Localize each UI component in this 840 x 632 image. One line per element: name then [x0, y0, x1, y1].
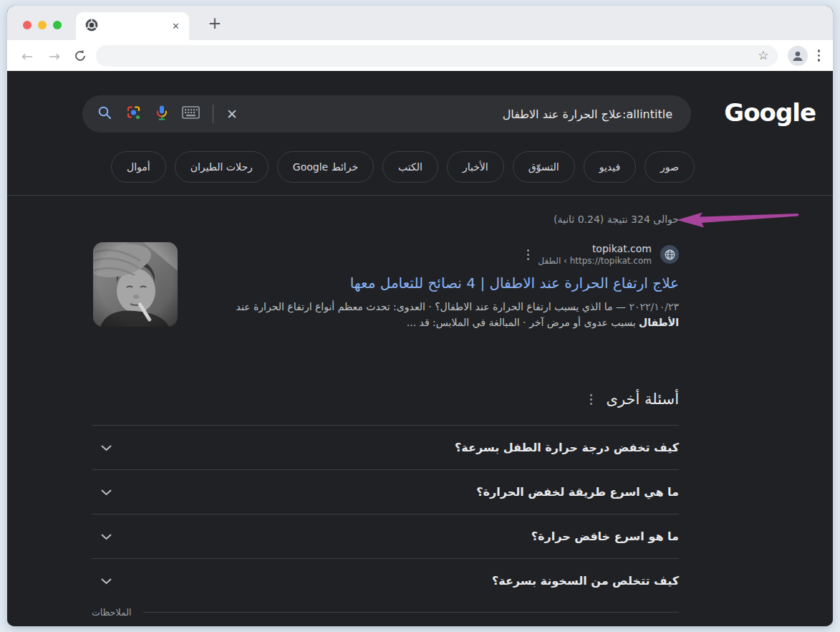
- search-box-icons: ✕: [97, 105, 238, 124]
- minimize-window-button[interactable]: [38, 21, 47, 29]
- window-controls: [23, 21, 62, 29]
- browser-tab[interactable]: ✕: [76, 12, 189, 40]
- browser-window: ✕ + ← → ☆ Google allintitle:علاج ا: [7, 6, 833, 626]
- paa-question-text: ما هو اسرع خافض حرارة؟: [531, 530, 679, 543]
- search-box[interactable]: allintitle:علاج الحرارة عند الاطفال: [82, 95, 691, 133]
- paa-question-row[interactable]: ما هو اسرع خافض حرارة؟: [92, 514, 679, 558]
- google-search-page: Google allintitle:علاج الحرارة عند الاطف…: [7, 71, 833, 626]
- result-title-link[interactable]: علاج ارتفاع الحرارة عند الاطفال | 4 نصائ…: [350, 274, 679, 293]
- keyboard-icon[interactable]: [182, 106, 200, 122]
- chevron-down-icon[interactable]: [100, 441, 112, 454]
- search-icon[interactable]: [97, 105, 112, 123]
- result-date: ٢٠٢٢/١٠/٢٣: [629, 301, 679, 312]
- paa-question-row[interactable]: ما هي اسرع طريقة لخفض الحرارة؟: [92, 469, 679, 514]
- browser-toolbar: ← → ☆: [7, 40, 833, 71]
- zoom-window-button[interactable]: [53, 21, 62, 29]
- chevron-down-icon[interactable]: [100, 530, 112, 543]
- search-box-divider: [213, 105, 213, 123]
- paa-question-row[interactable]: كيف تخفض درجة حرارة الطفل بسرعة؟: [92, 425, 679, 469]
- people-also-ask-title: أسئلة أخرى: [607, 391, 680, 408]
- result-domain: topikat.com: [538, 242, 652, 255]
- bookmark-star-icon[interactable]: ☆: [758, 49, 768, 62]
- tab-videos[interactable]: فيديو: [584, 151, 636, 183]
- result-breadcrumb: https://topikat.com › الطفل: [538, 255, 652, 267]
- feedback-link[interactable]: الملاحظات: [92, 607, 132, 618]
- annotation-arrow: [675, 210, 801, 231]
- tab-close-icon[interactable]: ✕: [172, 21, 180, 31]
- back-icon[interactable]: ←: [19, 48, 36, 64]
- paa-question-text: ما هي اسرع طريقة لخفض الحرارة؟: [476, 485, 679, 499]
- search-query-text[interactable]: allintitle:علاج الحرارة عند الاطفال: [503, 107, 672, 121]
- tab-news[interactable]: الأخبار: [447, 151, 504, 183]
- tab-flights[interactable]: رحلات الطيران: [175, 151, 269, 183]
- paa-bottom-divider: [143, 612, 679, 613]
- tab-shopping[interactable]: التسوّق: [513, 151, 575, 183]
- result-thumbnail-image[interactable]: [93, 242, 178, 327]
- result-snippet: ٢٠٢٢/١٠/٢٣ — ما الذي يسبب ارتفاع الحرارة…: [203, 299, 679, 330]
- tab-finance[interactable]: أموال: [111, 151, 166, 183]
- paa-question-row[interactable]: كيف تتخلص من السخونة بسرعة؟: [92, 558, 679, 603]
- profile-avatar[interactable]: [788, 46, 808, 66]
- paa-question-text: كيف تخفض درجة حرارة الطفل بسرعة؟: [455, 441, 679, 454]
- mic-icon[interactable]: [155, 105, 169, 123]
- tab-maps[interactable]: خرائط Google: [277, 151, 374, 183]
- address-bar-input[interactable]: [105, 50, 758, 61]
- lens-icon[interactable]: [125, 105, 142, 124]
- reload-icon[interactable]: [73, 49, 87, 63]
- paa-question-text: كيف تتخلص من السخونة بسرعة؟: [492, 574, 679, 588]
- clear-query-icon[interactable]: ✕: [226, 107, 238, 121]
- chevron-down-icon[interactable]: [100, 574, 112, 588]
- address-bar[interactable]: ☆: [96, 45, 778, 67]
- people-also-ask-menu-icon[interactable]: [590, 394, 592, 405]
- result-menu-icon[interactable]: [527, 249, 529, 260]
- browser-menu-icon[interactable]: [818, 49, 821, 62]
- search-result: topikat.com https://topikat.com › الطفل …: [93, 242, 679, 330]
- results-stats: حوالى 324 نتيجة (0.24 ثانية): [554, 214, 679, 225]
- forward-icon[interactable]: →: [46, 48, 63, 64]
- people-also-ask-section: أسئلة أخرى كيف تخفض درجة حرارة الطفل بسر…: [92, 391, 679, 621]
- site-favicon-globe-icon: [660, 245, 679, 264]
- chevron-down-icon[interactable]: [100, 485, 112, 499]
- header-divider: [7, 195, 833, 196]
- search-filter-tabs: صور فيديو التسوّق الأخبار الكتب خرائط Go…: [111, 151, 695, 183]
- close-window-button[interactable]: [23, 21, 32, 29]
- google-logo[interactable]: Google: [724, 98, 816, 127]
- chrome-favicon-icon: [85, 19, 98, 34]
- tab-books[interactable]: الكتب: [382, 151, 438, 183]
- browser-titlebar: ✕ +: [7, 6, 833, 40]
- result-site-row[interactable]: topikat.com https://topikat.com › الطفل: [203, 242, 679, 267]
- tab-images[interactable]: صور: [645, 151, 695, 183]
- new-tab-button[interactable]: +: [205, 13, 225, 33]
